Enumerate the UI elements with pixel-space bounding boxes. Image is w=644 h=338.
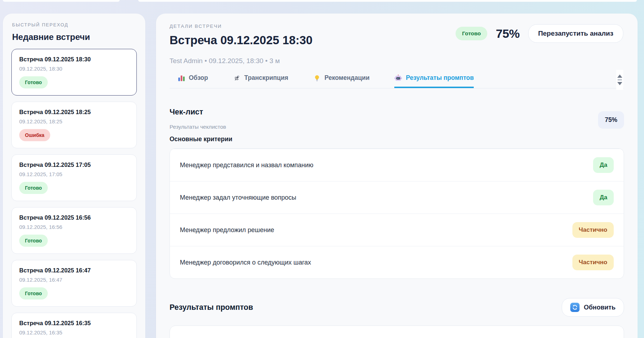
prompt-result-card: Простое краткое содержание (170, 326, 624, 338)
meeting-card[interactable]: Встреча 09.12.2025 16:35 09.12.2025, 16:… (11, 313, 137, 338)
checklist-criterion: Менеджер договорился о следующих шагах (180, 259, 311, 266)
tab-scrollbar (616, 70, 623, 90)
scroll-up-icon[interactable] (617, 75, 622, 78)
meeting-status-badge: Готово (456, 27, 487, 40)
sidebar-title: Недавние встречи (12, 32, 137, 42)
refresh-icon (570, 303, 580, 312)
refresh-button[interactable]: Обновить (562, 298, 624, 317)
checklist-result-badge: Частично (572, 255, 614, 270)
bar-chart-icon (177, 74, 185, 82)
tab-label: Обзор (189, 74, 208, 82)
meeting-card-date: 09.12.2025, 16:56 (19, 224, 129, 230)
meeting-card-title: Встреча 09.12.2025 18:25 (19, 109, 129, 116)
restart-analysis-button[interactable]: Перезапустить анализ (528, 24, 623, 43)
sidebar-eyebrow-label: БЫСТРЫЙ ПЕРЕХОД (12, 22, 137, 27)
meeting-card-date: 09.12.2025, 18:25 (19, 118, 129, 124)
checklist-result-badge: Частично (572, 222, 614, 238)
meeting-status-badge: Готово (19, 287, 48, 299)
checklist-result-badge: Да (593, 157, 614, 173)
bulb-icon (313, 74, 321, 82)
prompts-header: Результаты промптов Обновить (170, 298, 624, 317)
tabs-bar: Обзор Транскрипция Рекомендации Результа… (170, 74, 624, 88)
meeting-card[interactable]: Встреча 09.12.2025 16:56 09.12.2025, 16:… (11, 207, 137, 254)
meeting-status-badge: Готово (19, 182, 48, 194)
meeting-details-panel: Готово 75% Перезапустить анализ ДЕТАЛИ В… (156, 14, 638, 338)
meeting-list: Встреча 09.12.2025 18:30 09.12.2025, 18:… (11, 49, 137, 338)
checklist-criterion: Менеджер представился и назвал компанию (180, 162, 313, 169)
checklist-row: Менеджер задал уточняющие вопросы Да (170, 181, 624, 214)
recent-meetings-sidebar: БЫСТРЫЙ ПЕРЕХОД Недавние встречи Встреча… (3, 14, 145, 338)
meeting-card-date: 09.12.2025, 18:30 (19, 66, 129, 72)
meeting-card-date: 09.12.2025, 16:35 (19, 329, 129, 336)
header-actions: Готово 75% Перезапустить анализ (456, 24, 623, 43)
tabs: Обзор Транскрипция Рекомендации Результа… (170, 74, 624, 88)
tab-label: Рекомендации (324, 74, 369, 82)
checklist-header: Чек-лист Результаты чеклистов Основные к… (170, 108, 624, 143)
prompts-title: Результаты промптов (170, 303, 253, 312)
top-panel-edge-right (138, 0, 637, 2)
meeting-status-badge: Готово (19, 235, 48, 247)
meeting-card-title: Встреча 09.12.2025 17:05 (19, 162, 129, 168)
tab[interactable]: Обзор (177, 74, 208, 88)
tab[interactable]: Рекомендации (313, 74, 369, 88)
meeting-score: 75% (496, 27, 520, 41)
checklist-header-text: Чек-лист Результаты чеклистов Основные к… (170, 108, 232, 143)
meeting-card-title: Встреча 09.12.2025 16:35 (19, 320, 129, 327)
meeting-card-title: Встреча 09.12.2025 16:56 (19, 214, 129, 221)
meeting-card-title: Встреча 09.12.2025 16:47 (19, 267, 129, 274)
checklist-row: Менеджер договорился о следующих шагах Ч… (170, 246, 624, 278)
microphone-icon (233, 74, 241, 82)
checklist-subtitle: Результаты чеклистов (170, 124, 232, 130)
checklist-criterion: Менеджер предложил решение (180, 226, 274, 234)
checklist-group-title: Основные критерии (170, 135, 232, 143)
checklist-row: Менеджер предложил решение Частично (170, 214, 624, 246)
checklist-title: Чек-лист (170, 108, 232, 117)
refresh-button-label: Обновить (584, 304, 616, 311)
meeting-card-date: 09.12.2025, 16:47 (19, 277, 129, 283)
meeting-card[interactable]: Встреча 09.12.2025 18:25 09.12.2025, 18:… (11, 102, 137, 148)
meeting-status-badge: Готово (19, 76, 48, 88)
meeting-card[interactable]: Встреча 09.12.2025 17:05 09.12.2025, 17:… (11, 154, 137, 201)
meeting-card[interactable]: Встреча 09.12.2025 18:30 09.12.2025, 18:… (11, 49, 137, 96)
tab-label: Транскрипция (244, 74, 288, 82)
tab[interactable]: Транскрипция (233, 74, 288, 88)
meeting-card-title: Встреча 09.12.2025 18:30 (19, 56, 129, 63)
checklist-row: Менеджер представился и назвал компанию … (170, 149, 624, 181)
scrollbar-thumb[interactable] (618, 80, 622, 80)
checklist-items: Менеджер представился и назвал компанию … (170, 148, 624, 279)
checklist-criterion: Менеджер задал уточняющие вопросы (180, 194, 296, 201)
meeting-meta: Test Admin • 09.12.2025, 18:30 • 3 м (170, 57, 624, 65)
scroll-down-icon[interactable] (617, 82, 622, 85)
tab-label: Результаты промптов (406, 74, 474, 82)
meeting-status-badge: Ошибка (19, 129, 50, 141)
meeting-card-date: 09.12.2025, 17:05 (19, 171, 129, 177)
checklist-score-chip: 75% (598, 111, 624, 129)
top-panel-edge-left (3, 0, 120, 2)
robot-icon (394, 74, 402, 82)
meeting-card[interactable]: Встреча 09.12.2025 16:47 09.12.2025, 16:… (11, 260, 137, 307)
checklist-result-badge: Да (593, 190, 614, 205)
tab[interactable]: Результаты промптов (394, 74, 474, 88)
